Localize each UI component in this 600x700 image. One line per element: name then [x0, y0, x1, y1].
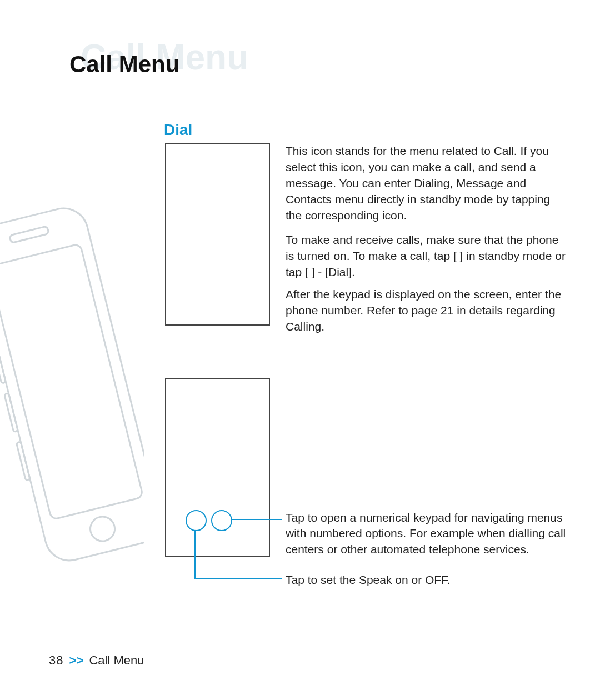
section-heading-dial: Dial	[164, 121, 192, 139]
callout-text-speaker: Tap to set the Speak on or OFF.	[286, 572, 574, 588]
callout-text-keypad: Tap to open a numerical keypad for navig…	[286, 510, 574, 557]
page-number: 38	[49, 653, 63, 667]
callout-circle-speaker	[186, 510, 207, 531]
body-paragraph-1: This icon stands for the menu related to…	[286, 143, 569, 224]
page-footer: 38 >> Call Menu	[49, 653, 144, 668]
breadcrumb-separator-icon: >>	[69, 653, 84, 667]
svg-rect-1	[0, 244, 143, 520]
screenshot-placeholder-1	[165, 143, 270, 326]
svg-rect-3	[0, 344, 6, 383]
breadcrumb: Call Menu	[89, 653, 144, 667]
body-paragraph-2: To make and receive calls, make sure tha…	[286, 232, 569, 281]
body-paragraph-3: After the keypad is displayed on the scr…	[286, 287, 569, 335]
callout-circle-keypad	[211, 510, 232, 531]
phone-outline-illustration	[0, 197, 144, 597]
svg-point-6	[88, 514, 117, 543]
svg-rect-4	[4, 393, 18, 432]
svg-rect-2	[9, 226, 49, 243]
svg-rect-5	[16, 442, 30, 481]
manual-page: Call Menu Call Menu Dial This icon stand…	[0, 0, 600, 700]
page-title: Call Menu	[69, 51, 179, 78]
